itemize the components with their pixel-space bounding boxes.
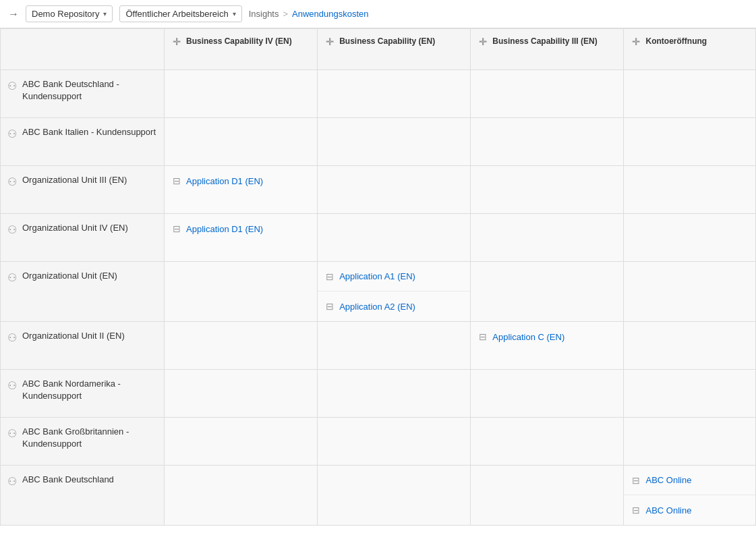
breadcrumb-current: Anwendungskosten — [292, 9, 368, 19]
topbar: → Demo Repository ▾ Öffentlicher Arbeits… — [0, 0, 756, 28]
row-icon: ⚇ — [7, 175, 17, 188]
cell-row-4-biz-cap-en — [318, 214, 471, 262]
cell-row-2-biz-cap-iv — [165, 118, 318, 166]
cell-row-1-biz-cap-en — [318, 70, 471, 118]
app-link[interactable]: Application C (EN) — [492, 332, 564, 342]
row-label: ABC Bank Nordamerika - Kundensupport — [22, 378, 157, 402]
table-row: ⚇ABC Bank Großbritannien - Kundensupport — [1, 418, 756, 466]
app-icon: ⊟ — [173, 223, 181, 234]
app-link[interactable]: ABC Online — [645, 475, 691, 485]
workspace-dropdown[interactable]: Öffentlicher Arbeitsbereich ▾ — [119, 5, 241, 22]
header-empty — [1, 29, 165, 70]
cell-row-6-biz-cap-iii: ⊟Application C (EN) — [471, 322, 624, 370]
cell-row-3-biz-cap-en — [318, 166, 471, 214]
cell-row-7-biz-cap-iv — [165, 370, 318, 418]
repo-label: Demo Repository — [32, 9, 99, 19]
repo-arrow: ▾ — [103, 10, 107, 18]
row-header-row-5: ⚇Organizational Unit (EN) — [1, 262, 165, 322]
row-icon: ⚇ — [7, 271, 17, 284]
table-row: ⚇Organizational Unit IV (EN)⊟Application… — [1, 214, 756, 262]
row-header-row-1: ⚇ABC Bank Deutschland - Kundensupport — [1, 70, 165, 118]
workspace-arrow: ▾ — [233, 10, 236, 18]
row-label: Organizational Unit III (EN) — [22, 174, 127, 186]
app-item[interactable]: ⊟Application A2 (EN) — [318, 291, 470, 321]
cell-row-3-biz-cap-iv: ⊟Application D1 (EN) — [165, 166, 318, 214]
app-icon: ⊟ — [479, 331, 487, 342]
cell-row-7-biz-cap-iii — [471, 370, 624, 418]
breadcrumb-separator: > — [283, 9, 288, 19]
repo-dropdown[interactable]: Demo Repository ▾ — [26, 5, 113, 22]
row-label: Organizational Unit IV (EN) — [22, 222, 128, 234]
cell-row-6-biz-cap-en — [318, 322, 471, 370]
col-icon-kontoe: ✛ — [632, 36, 640, 47]
col-label-biz-cap-en: Business Capability (EN) — [339, 36, 435, 47]
row-icon: ⚇ — [7, 379, 17, 392]
cell-row-2-biz-cap-en — [318, 118, 471, 166]
app-item[interactable]: ⊟ABC Online — [624, 495, 755, 525]
app-link[interactable]: Application A1 (EN) — [339, 271, 415, 281]
cell-row-1-kontoe — [624, 70, 756, 118]
cell-row-9-biz-cap-en — [318, 466, 471, 526]
row-label: ABC Bank Deutschland — [22, 474, 114, 486]
app-item[interactable]: ⊟ABC Online — [624, 466, 755, 495]
main-content: ✛ Business Capability IV (EN) ✛ Business… — [0, 28, 756, 526]
table-row: ⚇ABC Bank Nordamerika - Kundensupport — [1, 370, 756, 418]
row-icon: ⚇ — [7, 427, 17, 440]
col-icon-biz-cap-iv: ✛ — [173, 36, 181, 47]
cell-row-3-biz-cap-iii — [471, 166, 624, 214]
row-icon: ⚇ — [7, 128, 17, 140]
cell-row-1-biz-cap-iv — [165, 70, 318, 118]
app-item[interactable]: ⊟Application D1 (EN) — [165, 214, 317, 244]
table-row: ⚇ABC Bank Deutschland - Kundensupport — [1, 70, 756, 118]
cell-row-7-biz-cap-en — [318, 370, 471, 418]
cell-row-8-biz-cap-iv — [165, 418, 318, 466]
app-link[interactable]: Application D1 (EN) — [186, 224, 263, 234]
table-row: ⚇Organizational Unit II (EN)⊟Application… — [1, 322, 756, 370]
cell-row-8-biz-cap-en — [318, 418, 471, 466]
workspace-label: Öffentlicher Arbeitsbereich — [125, 9, 228, 19]
cell-row-6-biz-cap-iv — [165, 322, 318, 370]
data-table: ✛ Business Capability IV (EN) ✛ Business… — [0, 28, 756, 526]
app-icon: ⊟ — [326, 301, 334, 312]
cell-row-5-biz-cap-iii — [471, 262, 624, 322]
cell-row-9-biz-cap-iv — [165, 466, 318, 526]
breadcrumb: Insights > Anwendungskosten — [249, 9, 369, 19]
row-icon: ⚇ — [7, 475, 17, 488]
col-label-kontoe: Kontoeröffnung — [645, 36, 707, 47]
app-item[interactable]: ⊟Application D1 (EN) — [165, 166, 317, 196]
app-item[interactable]: ⊟Application C (EN) — [471, 322, 623, 352]
row-header-row-9: ⚇ABC Bank Deutschland — [1, 466, 165, 526]
cell-row-9-biz-cap-iii — [471, 466, 624, 526]
cell-row-7-kontoe — [624, 370, 756, 418]
row-header-row-4: ⚇Organizational Unit IV (EN) — [1, 214, 165, 262]
cell-row-2-kontoe — [624, 118, 756, 166]
header-biz-cap-iv[interactable]: ✛ Business Capability IV (EN) — [165, 29, 318, 70]
app-icon: ⊟ — [173, 175, 181, 186]
table-header-row: ✛ Business Capability IV (EN) ✛ Business… — [1, 29, 756, 70]
app-link[interactable]: Application D1 (EN) — [186, 176, 263, 186]
app-link[interactable]: ABC Online — [645, 505, 691, 515]
header-biz-cap-iii[interactable]: ✛ Business Capability III (EN) — [471, 29, 624, 70]
cell-row-8-kontoe — [624, 418, 756, 466]
row-label: ABC Bank Italien - Kundensupport — [22, 126, 156, 138]
back-button[interactable]: → — [8, 8, 19, 20]
cell-row-2-biz-cap-iii — [471, 118, 624, 166]
row-label: ABC Bank Großbritannien - Kundensupport — [22, 426, 157, 450]
header-kontoe[interactable]: ✛ Kontoeröffnung — [624, 29, 756, 70]
row-header-row-7: ⚇ABC Bank Nordamerika - Kundensupport — [1, 370, 165, 418]
row-icon: ⚇ — [7, 80, 17, 92]
cell-row-5-biz-cap-en: ⊟Application A1 (EN)⊟Application A2 (EN) — [318, 262, 471, 322]
header-biz-cap-en[interactable]: ✛ Business Capability (EN) — [318, 29, 471, 70]
cell-row-5-kontoe — [624, 262, 756, 322]
row-label: ABC Bank Deutschland - Kundensupport — [22, 78, 157, 103]
col-label-biz-cap-iii: Business Capability III (EN) — [492, 36, 597, 47]
app-item[interactable]: ⊟Application A1 (EN) — [318, 262, 470, 291]
table-row: ⚇ABC Bank Italien - Kundensupport — [1, 118, 756, 166]
app-link[interactable]: Application A2 (EN) — [339, 302, 415, 312]
col-label-biz-cap-iv: Business Capability IV (EN) — [186, 36, 292, 47]
row-header-row-2: ⚇ABC Bank Italien - Kundensupport — [1, 118, 165, 166]
breadcrumb-parent[interactable]: Insights — [249, 9, 279, 19]
cell-row-4-biz-cap-iv: ⊟Application D1 (EN) — [165, 214, 318, 262]
cell-row-1-biz-cap-iii — [471, 70, 624, 118]
cell-row-8-biz-cap-iii — [471, 418, 624, 466]
